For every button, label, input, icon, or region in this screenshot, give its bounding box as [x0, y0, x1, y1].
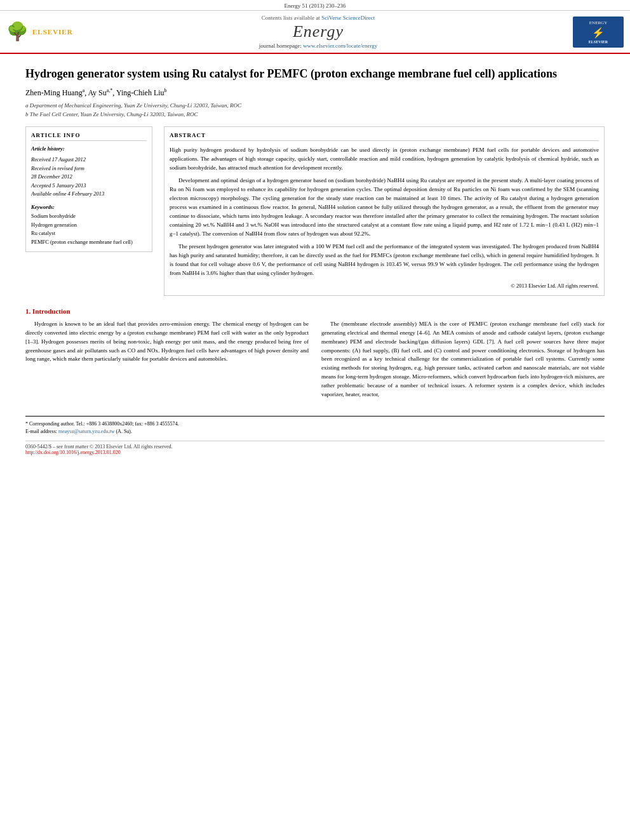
intro-section-title: 1. Introduction	[25, 307, 605, 315]
history-title: Article history:	[31, 145, 147, 154]
intro-right-col: The (membrane electrode assembly) MEA is…	[321, 320, 605, 403]
article-info-box: ARTICLE INFO Article history: Received 1…	[25, 126, 152, 252]
doi-line: http://dx.doi.org/10.1016/j.energy.2013.…	[25, 450, 605, 455]
copyright: © 2013 Elsevier Ltd. All rights reserved…	[170, 282, 599, 290]
abstract-p2: Development and optimal design of a hydr…	[170, 177, 599, 239]
abstract-box: ABSTRACT High purity hydrogen produced b…	[164, 126, 605, 295]
right-column: ABSTRACT High purity hydrogen produced b…	[164, 126, 605, 295]
journal-name: Energy	[70, 22, 566, 41]
keywords-list: Sodium borohydride Hydrogen generation R…	[31, 212, 147, 246]
received-revised-date: Received in revised form 28 December 201…	[31, 164, 147, 182]
kw1: Sodium borohydride	[31, 212, 147, 221]
main-content: Hydrogen generator system using Ru catal…	[0, 54, 630, 468]
email-link[interactable]: meaysu@saturn.yzu.edu.tw	[58, 429, 114, 434]
journal-center: Contents lists available at SciVerse Sci…	[70, 15, 566, 49]
issn-line: 0360-5442/$ – see front matter © 2013 El…	[25, 444, 605, 450]
energy-logo-box: ENERGY ⚡ ELSEVIER	[573, 17, 624, 48]
intro-para1: Hydrogen is known to be an ideal fuel th…	[25, 320, 309, 364]
affiliations: a Department of Mechanical Engineering, …	[25, 102, 605, 119]
journal-citation: Energy 51 (2013) 230–236	[284, 3, 345, 9]
sciverse-link[interactable]: SciVerse ScienceDirect	[321, 15, 375, 21]
footnote-area: * Corresponding author. Tel.: +886 3 463…	[25, 416, 605, 436]
email-line: E-mail address: meaysu@saturn.yzu.edu.tw…	[25, 428, 605, 436]
elsevier-tree-icon: 🌳	[6, 23, 29, 41]
doi-link[interactable]: http://dx.doi.org/10.1016/j.energy.2013.…	[25, 450, 121, 455]
article-info-header: ARTICLE INFO	[31, 132, 147, 141]
intro-para2: The (membrane electrode assembly) MEA is…	[321, 320, 605, 399]
kw3: Ru catalyst	[31, 229, 147, 238]
journal-header: 🌳 ELSEVIER Contents lists available at S…	[0, 11, 630, 54]
sciverse-line: Contents lists available at SciVerse Sci…	[70, 15, 566, 21]
intro-left-col: Hydrogen is known to be an ideal fuel th…	[25, 320, 309, 403]
journal-homepage: journal homepage: www.elsevier.com/locat…	[70, 43, 566, 49]
keywords-title: Keywords:	[31, 204, 147, 210]
available-date: Available online 4 February 2013	[31, 190, 147, 199]
homepage-link[interactable]: www.elsevier.com/locate/energy	[303, 43, 377, 49]
accepted-date: Accepted 5 January 2013	[31, 182, 147, 190]
left-column: ARTICLE INFO Article history: Received 1…	[25, 126, 152, 295]
abstract-p3: The present hydrogen generator was later…	[170, 243, 599, 278]
top-bar: Energy 51 (2013) 230–236	[0, 0, 630, 11]
article-info-abstract: ARTICLE INFO Article history: Received 1…	[25, 126, 605, 295]
kw2: Hydrogen generation	[31, 221, 147, 230]
elsevier-brand: ELSEVIER	[32, 28, 73, 36]
intro-body: Hydrogen is known to be an ideal fuel th…	[25, 320, 605, 403]
abstract-text: High purity hydrogen produced by hydroly…	[170, 146, 599, 290]
corresponding-author: * Corresponding author. Tel.: +886 3 463…	[25, 420, 605, 428]
authors-line: Zhen-Ming Huanga, Ay Sua,*, Ying-Chieh L…	[25, 88, 605, 98]
keywords-section: Keywords: Sodium borohydride Hydrogen ge…	[31, 204, 147, 246]
elsevier-logo: 🌳 ELSEVIER	[6, 23, 64, 41]
bottom-footer: 0360-5442/$ – see front matter © 2013 El…	[25, 441, 605, 455]
kw4: PEMFC (proton exchange membrane fuel cel…	[31, 238, 147, 247]
paper-title: Hydrogen generator system using Ru catal…	[25, 67, 605, 81]
intro-section: 1. Introduction Hydrogen is known to be …	[25, 307, 605, 403]
abstract-p1: High purity hydrogen produced by hydroly…	[170, 146, 599, 173]
article-history: Article history: Received 17 August 2012…	[31, 145, 147, 199]
received-date: Received 17 August 2012	[31, 156, 147, 164]
abstract-header: ABSTRACT	[170, 132, 599, 141]
